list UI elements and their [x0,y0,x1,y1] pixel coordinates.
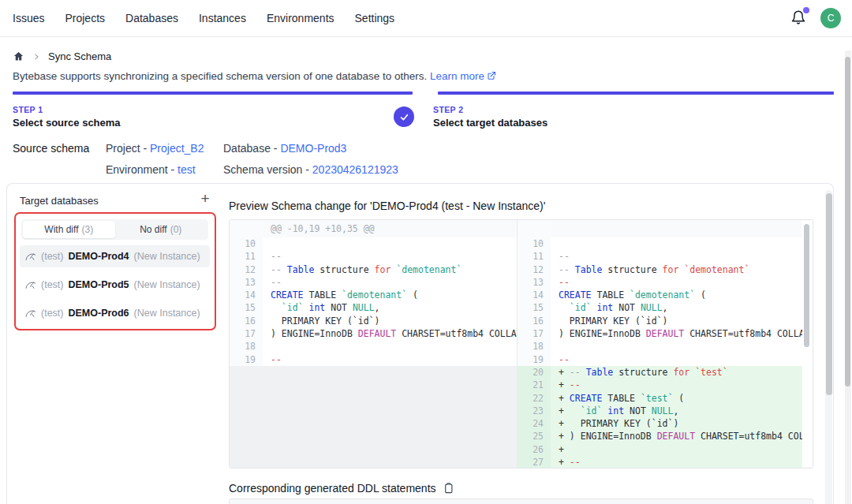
diff-placeholder-line [230,443,517,456]
nav-items: IssuesProjectsDatabasesInstancesEnvironm… [13,12,394,24]
diff-placeholder-line [230,430,517,442]
diff-placeholder-line [230,417,517,430]
target-database-row[interactable]: (test)DEMO-Prod6(New Instance) [20,302,210,324]
ddl-title: Corresponding generated DDL statements [229,482,436,495]
target-database-list: (test)DEMO-Prod4(New Instance) (test)DEM… [20,245,210,330]
intro-text-row: Bytebase supports synchronizing a specif… [13,70,496,83]
source-schema-section: Source schema Project - Project_B2 Datab… [0,141,852,181]
database-label: Database - [223,142,280,155]
nav-item-settings[interactable]: Settings [355,12,395,24]
diff-line: 19-- [230,353,517,366]
nav-item-databases[interactable]: Databases [125,12,178,24]
diff-right-rows: 1011--12-- Table structure for `demotena… [518,220,802,468]
panel-scrollbar[interactable] [826,193,832,395]
diff-line: 18 [518,340,802,353]
diff-placeholder-line [230,456,517,468]
step-1: STEP 1 Select source schema [13,105,121,129]
diff-line: 14CREATE TABLE `demotenant` ( [230,289,517,301]
avatar[interactable]: C [820,8,841,28]
ddl-editor-top-strip [229,498,813,504]
step-1-title: Select source schema [13,117,121,129]
diff-left-rows: @@ -10,19 +10,35 @@1011--12-- Table stru… [230,220,517,468]
chevron-right-icon [32,53,40,61]
diff-line: 18 [230,340,517,353]
diff-line: 22+ CREATE TABLE `test` ( [518,392,802,405]
diff-line: 19-- [518,353,802,366]
nav-item-instances[interactable]: Instances [199,12,246,24]
diff-line: 20+ -- Table structure for `test` [518,366,802,379]
diff-line: 15 `id` int NOT NULL, [230,301,517,314]
diff-line: 12-- Table structure for `demotenant` [518,263,802,276]
sync-schema-page: IssuesProjectsDatabasesInstancesEnvironm… [0,0,852,504]
tab-with-diff[interactable]: With diff(3) [23,221,115,238]
diff-line: 27+ -- [518,456,802,468]
schema-version-link[interactable]: 20230426121923 [312,163,398,176]
step-2: STEP 2 Select target databases [433,105,547,129]
project-link[interactable]: Project_B2 [150,142,204,155]
diff-line: 10 [518,237,802,250]
diff-line: 17) ENGINE=InnoDB DEFAULT CHARSET=utf8mb… [230,327,517,340]
window-scrollbar[interactable] [845,57,850,386]
diff-line: 23+ `id` int NOT NULL, [518,405,802,417]
diff-placeholder-line [230,379,517,391]
step-2-title: Select target databases [433,117,547,129]
database-link[interactable]: DEMO-Prod3 [280,142,346,155]
environment-label: Environment - [106,163,178,176]
mysql-icon [25,252,36,262]
diff-header-line [518,220,802,237]
target-database-row[interactable]: (test)DEMO-Prod5(New Instance) [20,274,210,296]
notification-bell-button[interactable] [790,9,808,27]
diff-line: 24+ PRIMARY KEY (`id`) [518,417,802,430]
step-1-label: STEP 1 [13,105,121,114]
diff-line: 21+ -- [518,379,802,391]
diff-placeholder-line [230,366,517,379]
diff-tabs: With diff(3)No diff(0) [21,219,208,240]
diff-header-line: @@ -10,19 +10,35 @@ [230,220,517,237]
schema-version-label: Schema version - [223,163,312,176]
ddl-section-header: Corresponding generated DDL statements [229,482,454,495]
diff-placeholder-line [230,405,517,417]
top-navigation: IssuesProjectsDatabasesInstancesEnvironm… [0,0,852,37]
home-icon[interactable] [13,50,24,62]
diff-line: 11-- [518,250,802,263]
mysql-icon [25,280,36,290]
tab-no-diff[interactable]: No diff(0) [115,221,207,238]
diff-line: 25+ ) ENGINE=InnoDB DEFAULT CHARSET=utf8… [518,430,802,442]
nav-item-projects[interactable]: Projects [65,12,105,24]
step-2-label: STEP 2 [433,105,547,114]
diff-placeholder-line [230,392,517,405]
nav-item-issues[interactable]: Issues [13,12,44,24]
add-target-database-button[interactable]: + [195,189,215,209]
diff-line: 12-- Table structure for `demotenant` [230,263,517,276]
copy-clipboard-icon[interactable] [443,482,454,495]
step2-progress-bar [438,91,834,95]
target-databases-highlight-box: With diff(3)No diff(0) (test)DEMO-Prod4(… [14,212,216,330]
external-link-icon[interactable] [487,71,496,83]
schema-diff-editor[interactable]: @@ -10,19 +10,35 @@1011--12-- Table stru… [229,219,813,469]
diff-line: 10 [230,237,517,250]
notification-dot [803,7,809,13]
diff-pane-target: 1011--12-- Table structure for `demotena… [518,220,813,468]
editor-scrollbar[interactable] [804,224,809,347]
intro-text: Bytebase supports synchronizing a specif… [13,70,427,82]
target-database-row[interactable]: (test)DEMO-Prod4(New Instance) [20,245,210,267]
breadcrumb: Sync Schema [13,50,111,62]
source-schema-label: Source schema [13,142,89,155]
diff-line: 11-- [230,250,517,263]
diff-line: 13-- [230,276,517,289]
step-complete-check-icon [394,106,414,127]
breadcrumb-page-label: Sync Schema [48,50,111,62]
nav-right: C [790,8,841,28]
diff-line: 16 PRIMARY KEY (`id`) [518,315,802,327]
diff-line: 13-- [518,276,802,289]
nav-item-environments[interactable]: Environments [267,12,334,24]
learn-more-link[interactable]: Learn more [430,70,484,82]
diff-pane-source: @@ -10,19 +10,35 @@1011--12-- Table stru… [230,220,518,468]
diff-line: 16 PRIMARY KEY (`id`) [230,315,517,327]
environment-link[interactable]: test [178,163,196,176]
diff-line: 15 `id` int NOT NULL, [518,301,802,314]
preview-title: Preview Schema change for 'DEMO-Prod4 (t… [229,200,545,212]
target-databases-title: Target databases [20,195,99,207]
diff-line: 26+ [518,443,802,456]
project-label: Project - [106,142,150,155]
